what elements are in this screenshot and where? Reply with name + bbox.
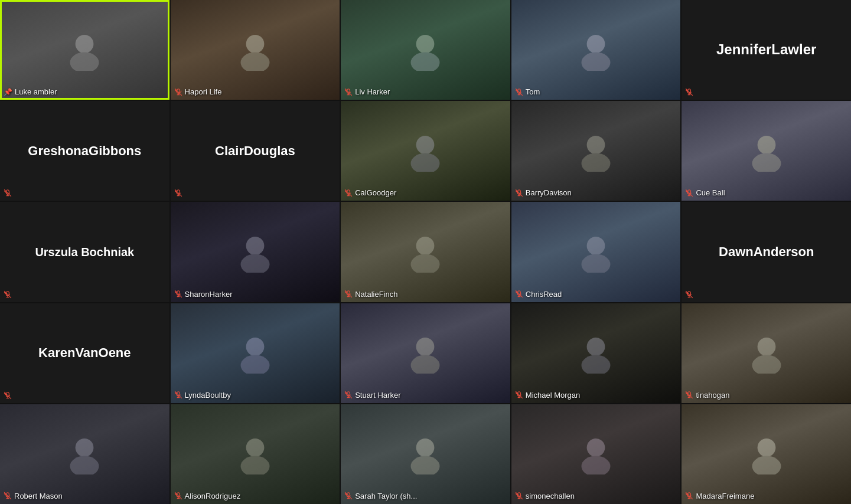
svg-point-42 — [582, 355, 611, 374]
svg-point-5 — [416, 35, 435, 53]
tile-label-chris-read: ChrisRead — [515, 290, 562, 299]
tile-label-cue-ball: Cue Ball — [685, 188, 725, 197]
svg-point-3 — [240, 52, 269, 71]
tile-dawn-anderson[interactable]: DawnAnderson — [682, 202, 851, 302]
svg-point-54 — [411, 456, 440, 475]
mute-icon — [515, 88, 523, 96]
svg-point-47 — [76, 438, 94, 457]
tile-alison-rodriguez[interactable]: AlisonRodriguez — [171, 404, 340, 504]
mute-icon — [4, 290, 12, 299]
tile-chris-read[interactable]: ChrisRead — [511, 202, 681, 302]
tile-tom[interactable]: Tom — [511, 0, 681, 100]
svg-point-35 — [246, 338, 264, 356]
tile-label-clair-douglas — [174, 189, 182, 197]
tile-label-sharon-harker: SharonHarker — [174, 290, 233, 299]
pin-icon: 📌 — [4, 88, 12, 96]
svg-point-44 — [757, 338, 775, 356]
tile-label-natalie-finch: NatalieFinch — [344, 290, 397, 299]
tile-label-liv-harker: Liv Harker — [344, 87, 390, 96]
tile-barry-davison[interactable]: BarryDavison — [511, 101, 681, 201]
svg-point-53 — [416, 438, 435, 457]
mute-icon — [685, 189, 693, 197]
tile-label-luke-ambler: 📌 Luke ambler — [4, 87, 57, 96]
mute-icon — [4, 189, 12, 197]
tile-label-greshona-gibbons — [4, 189, 12, 197]
video-grid: 📌 Luke ambler Hapori Life Liv Harker — [0, 0, 851, 504]
tile-label-hapori-life: Hapori Life — [174, 87, 222, 96]
tile-luke-ambler[interactable]: 📌 Luke ambler — [0, 0, 169, 100]
svg-point-36 — [240, 355, 269, 374]
tile-label-lynda-boultby: LyndaBoultby — [174, 391, 231, 400]
mute-icon — [344, 290, 353, 298]
svg-point-9 — [582, 52, 611, 71]
svg-point-50 — [246, 438, 264, 457]
tile-label-alison-rodriguez: AlisonRodriguez — [174, 492, 241, 500]
tile-lynda-boultby[interactable]: LyndaBoultby — [171, 303, 340, 403]
tile-sarah-taylor[interactable]: Sarah Taylor (sh... — [341, 404, 510, 504]
tile-label-tina-hogan: tinahogan — [685, 391, 729, 400]
tile-label-madara-freimane: MadaraFreimane — [685, 492, 754, 500]
tile-urszula-bochniak[interactable]: Urszula Bochniak — [0, 202, 169, 302]
mute-icon — [174, 88, 182, 96]
tile-label-urszula-bochniak — [4, 290, 12, 299]
svg-point-60 — [752, 456, 781, 475]
svg-point-0 — [76, 35, 94, 53]
svg-point-28 — [411, 254, 440, 273]
tile-name-karen-van-oene: KarenVanOene — [32, 339, 137, 366]
tile-cue-ball[interactable]: Cue Ball — [682, 101, 851, 201]
tile-greshona-gibbons[interactable]: GreshonaGibbons — [0, 101, 169, 201]
svg-point-25 — [240, 254, 269, 273]
mute-icon — [515, 391, 523, 399]
tile-label-robert-mason: Robert Mason — [4, 492, 63, 500]
tile-clair-douglas[interactable]: ClairDouglas — [171, 101, 340, 201]
svg-point-41 — [587, 338, 605, 356]
svg-point-18 — [582, 153, 611, 172]
svg-point-21 — [752, 153, 781, 172]
svg-point-1 — [70, 52, 99, 71]
tile-simone-challen[interactable]: simonechallen — [511, 404, 681, 504]
mute-icon — [344, 391, 353, 399]
svg-point-51 — [240, 456, 269, 475]
svg-point-8 — [587, 35, 605, 53]
tile-name-dawn-anderson: DawnAnderson — [713, 238, 820, 266]
tile-cal-goodger[interactable]: CalGoodger — [341, 101, 510, 201]
svg-point-39 — [411, 355, 440, 374]
tile-natalie-finch[interactable]: NatalieFinch — [341, 202, 510, 302]
svg-point-24 — [246, 237, 264, 255]
tile-tina-hogan[interactable]: tinahogan — [682, 303, 851, 403]
svg-point-59 — [757, 438, 775, 457]
tile-label-cal-goodger: CalGoodger — [344, 188, 396, 197]
tile-liv-harker[interactable]: Liv Harker — [341, 0, 510, 100]
mute-icon — [344, 189, 353, 197]
svg-point-14 — [416, 136, 435, 154]
svg-point-45 — [752, 355, 781, 374]
svg-point-48 — [70, 456, 99, 475]
tile-sharon-harker[interactable]: SharonHarker — [171, 202, 340, 302]
tile-robert-mason[interactable]: Robert Mason — [0, 404, 169, 504]
svg-point-38 — [416, 338, 435, 356]
tile-michael-morgan[interactable]: Michael Morgan — [511, 303, 681, 403]
mute-icon — [685, 88, 693, 96]
mute-icon — [344, 88, 353, 96]
tile-madara-freimane[interactable]: MadaraFreimane — [682, 404, 851, 504]
mute-icon — [685, 290, 693, 299]
tile-karen-van-oene[interactable]: KarenVanOene — [0, 303, 169, 403]
mute-icon — [174, 492, 182, 500]
mute-icon — [515, 189, 523, 197]
svg-point-27 — [416, 237, 435, 255]
mute-icon — [174, 189, 182, 197]
svg-point-20 — [757, 136, 775, 154]
tile-label-jennifer-lawler — [685, 88, 693, 96]
svg-point-30 — [587, 237, 605, 255]
mute-icon — [174, 290, 182, 298]
mute-icon — [4, 492, 12, 500]
tile-label-simone-challen: simonechallen — [515, 492, 575, 500]
mute-icon — [174, 391, 182, 399]
mute-icon — [685, 492, 693, 500]
tile-label-sarah-taylor: Sarah Taylor (sh... — [344, 492, 417, 500]
tile-hapori-life[interactable]: Hapori Life — [171, 0, 340, 100]
tile-label-barry-davison: BarryDavison — [515, 188, 572, 197]
mute-icon — [515, 492, 523, 500]
tile-stuart-harker[interactable]: Stuart Harker — [341, 303, 510, 403]
tile-jennifer-lawler[interactable]: JenniferLawler — [682, 0, 851, 100]
